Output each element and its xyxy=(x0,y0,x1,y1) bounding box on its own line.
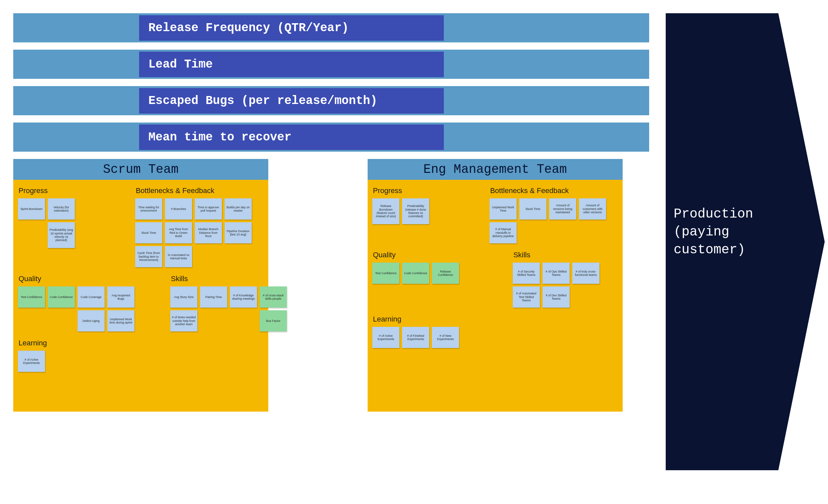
sticky-note[interactable]: # of Manual Handoffs in delivery pipelin… xyxy=(490,222,517,243)
sticky-note[interactable]: Unplanned Work time during sprint xyxy=(107,310,134,332)
section-progress: Progress Sprint Burndown Velocity (for e… xyxy=(18,184,128,267)
notes: Avg Story Size Pairing Time # of Knowled… xyxy=(170,286,293,332)
metric-bar: Lead Time xyxy=(13,50,649,79)
board-eng-management-team: Eng Management Team Progress Release Bur… xyxy=(368,159,623,412)
section-bottlenecks: Bottlenecks & Feedback Time waiting for … xyxy=(135,184,270,267)
notes: # of Security Skilled Teams # of Ops Ski… xyxy=(513,263,606,308)
sticky-note[interactable]: Amount of versions being maintained xyxy=(549,198,576,219)
notes: Test Confidence Code Confidence Release … xyxy=(372,263,483,284)
arrow-head-icon xyxy=(778,13,825,470)
sticky-note[interactable]: # of Ops Skilled Teams xyxy=(542,263,570,284)
boards-row: Scrum Team Progress Sprint Burndown Velo… xyxy=(13,159,649,412)
sticky-note[interactable]: # of Dev Skilled Teams xyxy=(542,286,570,308)
sticky-note[interactable]: Predictability (release # done features … xyxy=(402,198,429,224)
board-title: Eng Management Team xyxy=(368,159,623,180)
sticky-note[interactable]: Test Confidence xyxy=(18,286,45,308)
sticky-note[interactable]: # of Security Skilled Teams xyxy=(513,263,540,284)
sticky-note[interactable]: Test Confidence xyxy=(372,263,400,284)
sticky-note[interactable]: Avg reopened Bugs xyxy=(107,286,134,308)
sticky-note[interactable]: Stuck Time xyxy=(519,198,546,219)
sticky-note[interactable]: # of New Experiments xyxy=(432,327,459,348)
sticky-note[interactable]: Sprint Burndown xyxy=(18,198,45,219)
section-heading: Bottlenecks & Feedback xyxy=(136,186,270,195)
section-heading: Quality xyxy=(373,251,483,259)
sticky-note[interactable]: # of Active Experiments xyxy=(372,327,400,348)
section-heading: Learning xyxy=(373,315,618,324)
board-title: Scrum Team xyxy=(13,159,268,180)
metric-label: Mean time to recover xyxy=(139,125,444,150)
board-scrum-team: Scrum Team Progress Sprint Burndown Velo… xyxy=(13,159,268,412)
sticky-note[interactable]: # of Automated Test Skilled Teams xyxy=(513,286,540,308)
section-learning: Learning # of Active Experiments # of Fi… xyxy=(372,315,618,348)
sticky-note[interactable]: Avg Story Size xyxy=(170,286,197,308)
metric-label: Escaped Bugs (per release/month) xyxy=(139,88,444,114)
notes: Time waiting for environment # Branches … xyxy=(135,198,270,267)
section-heading: Skills xyxy=(171,275,293,283)
arrow-label: Production (paying customer) xyxy=(674,207,753,257)
sticky-note[interactable]: Amount of customers with older versions xyxy=(579,198,606,219)
sticky-note[interactable]: # of times needed outside help from anot… xyxy=(170,310,197,332)
section-heading: Skills xyxy=(513,251,625,259)
metric-bar: Escaped Bugs (per release/month) xyxy=(13,86,649,115)
sticky-note[interactable]: Code Confidence xyxy=(48,286,75,308)
section-bottlenecks: Bottlenecks & Feedback Unplanned Work Ti… xyxy=(490,184,625,243)
metric-bar: Release Frequency (QTR/Year) xyxy=(13,13,649,42)
section-heading: Bottlenecks & Feedback xyxy=(490,186,625,195)
sticky-note[interactable]: Pipeline Duration (last 10 avg) xyxy=(224,222,252,243)
sticky-note[interactable]: Defect Aging xyxy=(78,310,105,332)
sticky-note[interactable]: Code Coverage xyxy=(78,286,105,308)
section-progress: Progress Release Burndown (feature count… xyxy=(372,184,483,243)
sticky-note[interactable]: Pairing Time xyxy=(200,286,227,308)
sticky-note[interactable]: # Branches xyxy=(165,198,192,219)
notes: Test Confidence Code Confidence Code Cov… xyxy=(18,286,140,332)
sticky-note[interactable]: Median Branch Distance from Root xyxy=(195,222,222,243)
section-quality: Quality Test Confidence Code Confidence … xyxy=(372,249,483,308)
sticky-note[interactable]: Velocity (for estimation) xyxy=(48,198,75,219)
board-body: Progress Sprint Burndown Velocity (for e… xyxy=(13,180,268,412)
sticky-note[interactable]: # of truly cross-functional teams xyxy=(572,263,599,284)
sticky-note[interactable]: Release Burndown (feature count instead … xyxy=(372,198,400,224)
section-skills: Skills # of Security Skilled Teams # of … xyxy=(490,249,625,308)
sticky-note[interactable]: # of Active Experiments xyxy=(18,351,45,372)
arrow-body: Production (paying customer) xyxy=(666,13,778,470)
section-heading: Quality xyxy=(18,275,140,283)
sticky-note[interactable]: Builds per day on master xyxy=(224,198,252,219)
sticky-note[interactable]: Predictability (avg 10 sprints actual ve… xyxy=(48,222,75,248)
sticky-note[interactable]: # of Finished Experiments xyxy=(402,327,429,348)
metric-bars: Release Frequency (QTR/Year) Lead Time E… xyxy=(13,13,649,152)
production-arrow: Production (paying customer) xyxy=(666,13,825,470)
sticky-note[interactable]: Time waiting for environment xyxy=(135,198,162,219)
section-skills: Skills Avg Story Size Pairing Time # of … xyxy=(147,272,293,332)
sticky-note[interactable]: Stuck Time xyxy=(135,222,162,243)
notes: Unplanned Work Time Stuck Time Amount of… xyxy=(490,198,612,243)
metric-bar: Mean time to recover xyxy=(13,123,649,152)
section-quality: Quality Test Confidence Code Confidence … xyxy=(18,272,140,332)
notes: Release Burndown (feature count instead … xyxy=(372,198,483,224)
sticky-note[interactable]: Unplanned Work Time xyxy=(490,198,517,219)
notes: # of Active Experiments xyxy=(18,351,264,372)
board-body: Progress Release Burndown (feature count… xyxy=(368,180,623,412)
notes: Sprint Burndown Velocity (for estimation… xyxy=(18,198,81,248)
metric-label: Lead Time xyxy=(139,52,444,77)
section-heading: Progress xyxy=(18,186,128,195)
sticky-note[interactable]: % Automated vs manual tests xyxy=(165,246,192,267)
sticky-note[interactable]: Cycle Time (from backlog item to #enviro… xyxy=(135,246,162,267)
sticky-note[interactable]: Avg Time from Red to Green Build xyxy=(165,222,192,243)
sticky-note[interactable]: Code Confidence xyxy=(402,263,429,284)
metric-label: Release Frequency (QTR/Year) xyxy=(139,15,444,41)
sticky-note[interactable]: # of cross-stack skills people xyxy=(260,286,287,308)
sticky-note[interactable]: Bus Factor xyxy=(260,310,287,332)
notes: # of Active Experiments # of Finished Ex… xyxy=(372,327,618,348)
sticky-note[interactable]: # of Knowledge sharing meetings xyxy=(230,286,257,308)
section-learning: Learning # of Active Experiments xyxy=(18,339,264,372)
section-heading: Learning xyxy=(18,339,264,347)
sticky-note[interactable]: Time to approve pull request xyxy=(195,198,222,219)
sticky-note[interactable]: Release Confidence xyxy=(432,263,459,284)
section-heading: Progress xyxy=(373,186,483,195)
